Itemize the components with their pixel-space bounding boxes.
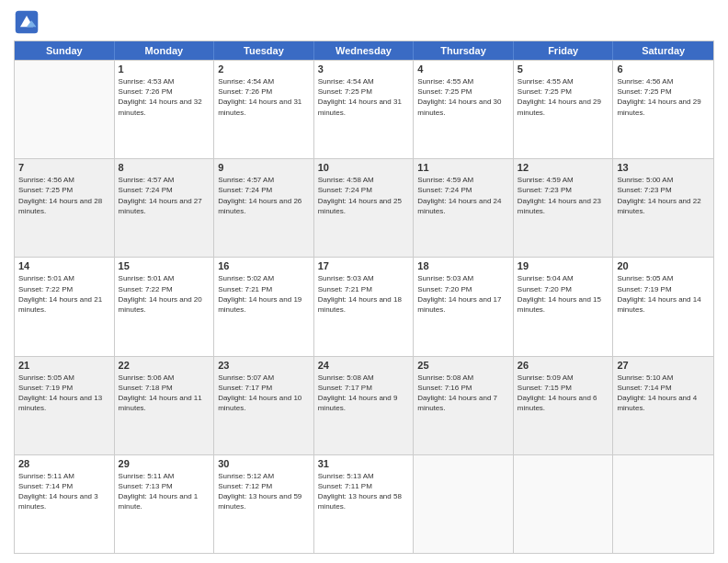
day-cell-28: 28Sunrise: 5:11 AM Sunset: 7:14 PM Dayli… [15,455,115,553]
day-cell-4: 4Sunrise: 4:55 AM Sunset: 7:25 PM Daylig… [414,61,514,158]
day-cell-31: 31Sunrise: 5:13 AM Sunset: 7:11 PM Dayli… [314,455,415,553]
cell-info: Sunrise: 5:08 AM Sunset: 7:17 PM Dayligh… [318,373,410,414]
cell-info: Sunrise: 5:01 AM Sunset: 7:22 PM Dayligh… [119,273,210,315]
day-number: 5 [518,63,609,75]
day-number: 29 [119,458,210,469]
day-cell-2: 2Sunrise: 4:54 AM Sunset: 7:26 PM Daylig… [214,61,314,158]
day-number: 8 [119,162,210,173]
cell-info: Sunrise: 5:01 AM Sunset: 7:22 PM Dayligh… [18,273,110,315]
day-cell-3: 3Sunrise: 4:54 AM Sunset: 7:25 PM Daylig… [314,61,415,158]
day-cell-22: 22Sunrise: 5:06 AM Sunset: 7:18 PM Dayli… [115,357,215,454]
day-number: 13 [617,162,710,173]
cell-info: Sunrise: 5:10 AM Sunset: 7:14 PM Dayligh… [617,373,710,414]
cell-info: Sunrise: 5:00 AM Sunset: 7:23 PM Dayligh… [617,175,710,216]
day-cell-7: 7Sunrise: 4:56 AM Sunset: 7:25 PM Daylig… [15,159,115,257]
day-number: 10 [318,162,410,173]
day-cell-12: 12Sunrise: 4:59 AM Sunset: 7:23 PM Dayli… [514,159,614,257]
day-number: 25 [417,360,509,371]
day-number: 28 [18,458,110,469]
cell-info: Sunrise: 5:02 AM Sunset: 7:21 PM Dayligh… [218,273,310,315]
day-number: 30 [218,458,310,469]
day-cell-29: 29Sunrise: 5:11 AM Sunset: 7:13 PM Dayli… [115,455,215,553]
header-cell-saturday: Saturday [613,41,713,60]
cell-info: Sunrise: 4:56 AM Sunset: 7:25 PM Dayligh… [18,175,110,216]
cell-info: Sunrise: 4:59 AM Sunset: 7:24 PM Dayligh… [417,175,509,216]
day-cell-27: 27Sunrise: 5:10 AM Sunset: 7:14 PM Dayli… [613,357,713,454]
day-cell-24: 24Sunrise: 5:08 AM Sunset: 7:17 PM Dayli… [314,357,415,454]
cell-info: Sunrise: 5:04 AM Sunset: 7:20 PM Dayligh… [518,273,609,315]
day-cell-19: 19Sunrise: 5:04 AM Sunset: 7:20 PM Dayli… [514,258,614,355]
day-cell-8: 8Sunrise: 4:57 AM Sunset: 7:24 PM Daylig… [115,159,215,257]
day-cell-20: 20Sunrise: 5:05 AM Sunset: 7:19 PM Dayli… [613,258,713,355]
page: SundayMondayTuesdayWednesdayThursdayFrid… [0,0,728,563]
cell-info: Sunrise: 5:12 AM Sunset: 7:12 PM Dayligh… [218,471,310,512]
day-cell-6: 6Sunrise: 4:56 AM Sunset: 7:25 PM Daylig… [613,61,713,158]
header-cell-monday: Monday [115,41,215,60]
day-number: 17 [318,260,410,271]
cell-info: Sunrise: 5:08 AM Sunset: 7:16 PM Dayligh… [417,373,509,414]
day-number: 20 [617,260,710,271]
day-number: 11 [417,162,509,173]
cell-info: Sunrise: 5:05 AM Sunset: 7:19 PM Dayligh… [18,373,110,414]
cell-info: Sunrise: 4:55 AM Sunset: 7:25 PM Dayligh… [417,76,509,118]
day-cell-1: 1Sunrise: 4:53 AM Sunset: 7:26 PM Daylig… [115,61,215,158]
empty-cell-0-0 [15,61,115,158]
day-cell-5: 5Sunrise: 4:55 AM Sunset: 7:25 PM Daylig… [514,61,614,158]
calendar-row-1: 1Sunrise: 4:53 AM Sunset: 7:26 PM Daylig… [15,60,713,158]
logo-icon [14,9,40,35]
day-number: 23 [218,360,310,371]
header-cell-wednesday: Wednesday [314,41,415,60]
empty-cell-4-4 [414,455,514,553]
cell-info: Sunrise: 4:54 AM Sunset: 7:25 PM Dayligh… [318,76,410,118]
cell-info: Sunrise: 4:56 AM Sunset: 7:25 PM Dayligh… [617,76,710,118]
day-cell-16: 16Sunrise: 5:02 AM Sunset: 7:21 PM Dayli… [214,258,314,355]
day-number: 6 [617,63,710,75]
day-cell-13: 13Sunrise: 5:00 AM Sunset: 7:23 PM Dayli… [613,159,713,257]
cell-info: Sunrise: 5:09 AM Sunset: 7:15 PM Dayligh… [518,373,609,414]
cell-info: Sunrise: 4:53 AM Sunset: 7:26 PM Dayligh… [119,76,210,118]
day-number: 7 [18,162,110,173]
cell-info: Sunrise: 5:05 AM Sunset: 7:19 PM Dayligh… [617,273,710,315]
empty-cell-4-5 [514,455,614,553]
cell-info: Sunrise: 5:11 AM Sunset: 7:14 PM Dayligh… [18,471,110,512]
day-number: 22 [119,360,210,371]
day-number: 9 [218,162,310,173]
day-number: 12 [518,162,609,173]
day-number: 3 [318,63,410,75]
calendar-header: SundayMondayTuesdayWednesdayThursdayFrid… [15,41,713,60]
calendar-body: 1Sunrise: 4:53 AM Sunset: 7:26 PM Daylig… [15,60,713,553]
day-number: 15 [119,260,210,271]
day-number: 31 [318,458,410,469]
day-cell-23: 23Sunrise: 5:07 AM Sunset: 7:17 PM Dayli… [214,357,314,454]
cell-info: Sunrise: 5:03 AM Sunset: 7:20 PM Dayligh… [417,273,509,315]
day-number: 19 [518,260,609,271]
day-number: 18 [417,260,509,271]
day-cell-9: 9Sunrise: 4:57 AM Sunset: 7:24 PM Daylig… [214,159,314,257]
calendar-row-5: 28Sunrise: 5:11 AM Sunset: 7:14 PM Dayli… [15,454,713,553]
empty-cell-4-6 [613,455,713,553]
header-cell-tuesday: Tuesday [214,41,314,60]
header-cell-sunday: Sunday [15,41,115,60]
cell-info: Sunrise: 5:11 AM Sunset: 7:13 PM Dayligh… [119,471,210,512]
cell-info: Sunrise: 4:54 AM Sunset: 7:26 PM Dayligh… [218,76,310,118]
calendar-row-3: 14Sunrise: 5:01 AM Sunset: 7:22 PM Dayli… [15,257,713,355]
cell-info: Sunrise: 5:06 AM Sunset: 7:18 PM Dayligh… [119,373,210,414]
day-cell-10: 10Sunrise: 4:58 AM Sunset: 7:24 PM Dayli… [314,159,415,257]
header [14,9,714,35]
day-number: 4 [417,63,509,75]
day-cell-11: 11Sunrise: 4:59 AM Sunset: 7:24 PM Dayli… [414,159,514,257]
cell-info: Sunrise: 4:59 AM Sunset: 7:23 PM Dayligh… [518,175,609,216]
header-cell-thursday: Thursday [414,41,514,60]
day-number: 2 [218,63,310,75]
day-cell-25: 25Sunrise: 5:08 AM Sunset: 7:16 PM Dayli… [414,357,514,454]
cell-info: Sunrise: 4:58 AM Sunset: 7:24 PM Dayligh… [318,175,410,216]
cell-info: Sunrise: 5:13 AM Sunset: 7:11 PM Dayligh… [318,471,410,512]
day-cell-26: 26Sunrise: 5:09 AM Sunset: 7:15 PM Dayli… [514,357,614,454]
cell-info: Sunrise: 4:57 AM Sunset: 7:24 PM Dayligh… [218,175,310,216]
day-number: 14 [18,260,110,271]
day-number: 26 [518,360,609,371]
day-cell-17: 17Sunrise: 5:03 AM Sunset: 7:21 PM Dayli… [314,258,415,355]
header-cell-friday: Friday [514,41,614,60]
day-cell-18: 18Sunrise: 5:03 AM Sunset: 7:20 PM Dayli… [414,258,514,355]
day-number: 21 [18,360,110,371]
